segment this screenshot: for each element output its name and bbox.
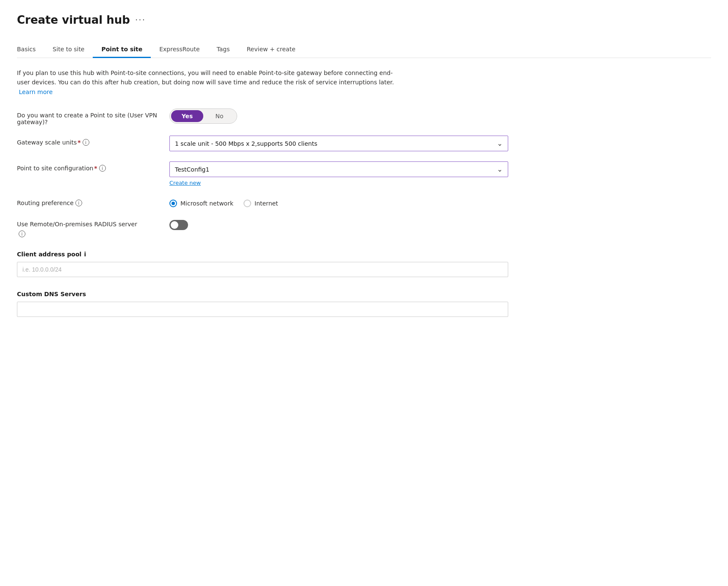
tab-site-to-site[interactable]: Site to site [44,42,93,58]
p2s-config-row: Point to site configuration * i TestConf… [17,161,508,186]
gateway-scale-units-row: Gateway scale units * i 1 scale unit - 5… [17,136,508,151]
client-address-pool-section: Client address pool i [17,247,508,277]
radius-server-switch-knob [171,221,178,229]
form-section: Do you want to create a Point to site (U… [17,108,508,317]
tab-navigation: Basics Site to site Point to site Expres… [17,42,711,58]
custom-dns-servers-heading: Custom DNS Servers [17,291,508,297]
microsoft-network-radio[interactable] [169,200,177,207]
yes-no-toggle[interactable]: Yes No [169,108,237,124]
page-description: If you plan to use this hub with Point-t… [17,68,398,97]
tab-review-create[interactable]: Review + create [238,42,304,58]
yes-option[interactable]: Yes [171,110,203,122]
gateway-scale-units-control: 1 scale unit - 500 Mbps x 2,supports 500… [169,136,508,151]
tab-basics[interactable]: Basics [17,42,44,58]
chevron-down-icon: ⌄ [497,165,503,173]
routing-preference-control: Microsoft network Internet [169,196,508,207]
client-address-pool-heading: Client address pool i [17,251,508,258]
gateway-scale-units-dropdown[interactable]: 1 scale unit - 500 Mbps x 2,supports 500… [169,136,508,151]
ellipsis-menu-button[interactable]: ··· [135,15,146,25]
routing-preference-label: Routing preference i [17,196,161,206]
gateway-scale-units-required: * [78,139,80,146]
radius-server-switch-track[interactable] [169,220,188,230]
page-title: Create virtual hub [17,14,130,26]
no-option[interactable]: No [203,110,235,122]
tab-point-to-site[interactable]: Point to site [93,42,151,58]
p2s-config-dropdown[interactable]: TestConfig1 ⌄ [169,161,508,177]
radius-server-toggle[interactable] [169,220,508,230]
custom-dns-servers-section: Custom DNS Servers [17,287,508,317]
point-to-site-question-row: Do you want to create a Point to site (U… [17,108,508,125]
gateway-scale-units-value: 1 scale unit - 500 Mbps x 2,supports 500… [175,140,317,147]
radius-server-info-icon[interactable]: i [19,231,25,237]
client-address-pool-info-icon[interactable]: i [84,251,86,258]
create-new-link[interactable]: Create new [169,180,201,186]
p2s-config-value: TestConfig1 [175,166,209,173]
radius-server-row: Use Remote/On-premises RADIUS server i [17,217,508,237]
point-to-site-question-label: Do you want to create a Point to site (U… [17,108,161,125]
internet-option[interactable]: Internet [244,200,278,207]
microsoft-network-option[interactable]: Microsoft network [169,200,233,207]
point-to-site-toggle-control: Yes No [169,108,508,124]
p2s-config-info-icon[interactable]: i [99,165,106,172]
p2s-config-required: * [94,165,97,172]
gateway-scale-units-info-icon[interactable]: i [83,139,89,146]
tab-tags[interactable]: Tags [208,42,238,58]
custom-dns-servers-input[interactable] [17,302,508,317]
radius-server-control [169,217,508,230]
internet-radio[interactable] [244,200,251,207]
tab-expressroute[interactable]: ExpressRoute [151,42,208,58]
chevron-down-icon: ⌄ [497,139,503,147]
routing-preference-row: Routing preference i Microsoft network I… [17,196,508,207]
routing-preference-radio-group: Microsoft network Internet [169,196,508,207]
routing-preference-info-icon[interactable]: i [75,200,82,206]
p2s-config-label: Point to site configuration * i [17,161,161,172]
learn-more-link[interactable]: Learn more [19,89,53,95]
gateway-scale-units-label: Gateway scale units * i [17,136,161,146]
client-address-pool-input[interactable] [17,262,508,277]
radius-server-label: Use Remote/On-premises RADIUS server i [17,217,161,237]
p2s-config-control: TestConfig1 ⌄ Create new [169,161,508,186]
